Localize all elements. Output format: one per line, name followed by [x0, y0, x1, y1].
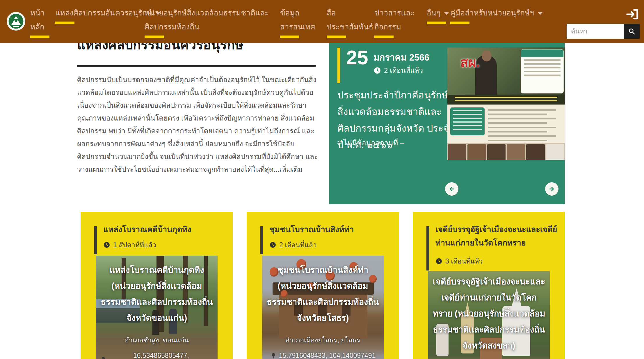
search-input[interactable] — [567, 24, 624, 39]
clock-icon — [103, 241, 110, 248]
overlay-coordinates: 15.7916048433, 104.140097491 — [279, 352, 376, 359]
card-accent-bar — [426, 226, 429, 270]
carousel-prev-button[interactable] — [445, 182, 458, 196]
card-photo[interactable]: ชุมชนโบราณบ้านสิงห์ท่า (หน่วยอนุรักษ์สิ่… — [262, 256, 384, 359]
nav-item-information[interactable]: ข้อมูล​สารสนเทศ — [280, 6, 324, 38]
site-card: เจดีย์บรรจุอัฐิเจ้าเมืองจะนะและเจดีย์ท่า… — [413, 212, 565, 359]
pin-icon — [270, 353, 277, 359]
clock-icon — [435, 258, 442, 265]
nav-active-underline — [145, 36, 164, 38]
poster-person-head — [482, 50, 492, 61]
clock-icon — [373, 67, 381, 74]
nav-active-underline — [55, 22, 74, 24]
photo-overlay: เจดีย์บรรจุอัฐิเจ้าเมืองจะนะ​และเจดีย์ท่… — [428, 271, 550, 359]
page: แหล่งศิลปกรรมอันควรอนุรักษ์ ศิลปกรรมนับเ… — [0, 0, 644, 359]
chevron-down-icon — [444, 12, 449, 15]
card-title[interactable]: แหล่งโบราณคดีบ้านกุดทิง — [103, 223, 225, 236]
nav-active-underline — [327, 36, 346, 38]
featured-day: 25 — [346, 46, 368, 69]
overlay-coordinates-row: 16.534865805477, 102.98139746526 — [100, 352, 214, 359]
site-logo[interactable] — [6, 12, 26, 31]
search-icon — [628, 28, 636, 35]
nav-active-underline — [450, 22, 469, 24]
card-time-row: 1 สัปดาห์ที่แล้ว — [103, 240, 156, 250]
read-more-link[interactable]: เพิ่มเติม — [279, 165, 302, 173]
intro-text: ศิลปกรรมนับเป็นมรดกของชาติที่มีคุณค่าจำเ… — [77, 76, 318, 173]
overlay-title: ชุมชนโบราณบ้านสิงห์ท่า (หน่วยอนุรักษ์สิ่… — [266, 262, 380, 326]
title-divider — [77, 65, 316, 67]
card-time-ago: 2 เดือนที่แล้ว — [279, 240, 317, 250]
overlay-location: อำเภอซำสูง, ขอนแก่น — [125, 335, 189, 345]
site-card: ชุมชนโบราณบ้านสิงห์ท่า 2 เดือนที่แล้ว ชุ… — [247, 212, 399, 359]
poster-body-text-lines — [488, 106, 562, 141]
nav-active-underline — [374, 36, 394, 38]
nav-active-underline — [280, 36, 299, 38]
date-accent-bar — [337, 48, 340, 83]
chevron-down-icon — [538, 12, 543, 15]
featured-news-panel: 25 มกราคม 2566 2 เดือนที่แล้ว ประชุมประจ… — [329, 43, 565, 204]
card-accent-bar — [94, 226, 97, 254]
site-card: แหล่งโบราณคดีบ้านกุดทิง 1 สัปดาห์ที่แล้ว… — [81, 212, 233, 359]
carousel-next-button[interactable] — [545, 182, 558, 196]
card-time-ago: 3 เดือนที่แล้ว — [445, 256, 483, 266]
clock-icon — [269, 241, 276, 248]
pin-icon — [100, 356, 106, 359]
card-time-row: 2 เดือนที่แล้ว — [269, 240, 317, 250]
poster-title-band — [447, 95, 565, 105]
featured-location: – ไม่มีข้อมูลสถานที่ – — [337, 137, 404, 148]
top-nav-bar: หน้า​หลัก แหล่งศิลปกรรมอันควรอนุรักษ์ หน… — [0, 0, 644, 43]
card-title[interactable]: ชุมชนโบราณบ้านสิงห์ท่า — [269, 223, 392, 236]
nav-active-underline — [30, 36, 49, 38]
card-title[interactable]: เจดีย์บรรจุอัฐิเจ้าเมืองจะนะและเจดีย์ท่า… — [435, 223, 558, 250]
overlay-coordinates-row: 15.7916048433, 104.140097491 — [270, 352, 376, 359]
search-bar — [567, 24, 640, 39]
login-button[interactable] — [625, 8, 639, 20]
card-accent-bar — [260, 226, 263, 254]
photo-overlay: ชุมชนโบราณบ้านสิงห์ท่า (หน่วยอนุรักษ์สิ่… — [262, 256, 384, 359]
nav-item-conservation-units[interactable]: หน่วยอนุรักษ์สิ่งแวดล้อมธรรมชาติและศิลปก… — [145, 6, 278, 38]
poster-green-box — [450, 107, 485, 135]
login-arrow-icon — [625, 8, 639, 20]
card-photo[interactable]: แหล่งโบราณคดีบ้านกุดทิง (หน่วยอนุรักษ์สิ… — [96, 256, 218, 359]
intro-paragraph: ศิลปกรรมนับเป็นมรดกของชาติที่มีคุณค่าจำเ… — [77, 73, 318, 176]
search-button[interactable] — [624, 24, 640, 39]
card-time-ago: 1 สัปดาห์ที่แล้ว — [113, 240, 156, 250]
overlay-title: แหล่งโบราณคดีบ้านกุดทิง (หน่วยอนุรักษ์สิ… — [100, 262, 214, 326]
featured-month-year: มกราคม 2566 — [373, 50, 429, 65]
poster-side-card — [521, 49, 564, 93]
overlay-location: อำเภอเมืองยโสธร, ยโสธร — [286, 335, 360, 345]
card-photo[interactable]: เจดีย์บรรจุอัฐิเจ้าเมืองจะนะ​และเจดีย์ท่… — [428, 271, 550, 359]
nav-active-underline — [427, 22, 446, 24]
nav-item-others[interactable]: อื่นๆ — [427, 6, 449, 24]
poster-people-row — [447, 143, 565, 160]
card-time-row: 3 เดือนที่แล้ว — [435, 256, 483, 266]
arrow-left-icon — [448, 185, 456, 193]
nav-item-media[interactable]: สื่อ​ประชาสัมพันธ์ — [327, 6, 377, 38]
photo-overlay: แหล่งโบราณคดีบ้านกุดทิง (หน่วยอนุรักษ์สิ… — [96, 256, 218, 359]
nav-item-manual[interactable]: คู่มือสำหรับหน่วยอนุรักษ์ฯ — [450, 6, 543, 24]
featured-time-ago: 2 เดือนที่แล้ว — [384, 65, 423, 76]
overlay-coordinates: 16.534865805477, 102.98139746526 — [109, 352, 214, 359]
arrow-right-icon — [548, 185, 556, 193]
nav-item-home[interactable]: หน้า​หลัก — [30, 6, 53, 38]
featured-poster-image[interactable]: สผ. — [447, 47, 565, 160]
nav-item-news-activities[interactable]: ข่าวสารและ​กิจกรรม — [374, 6, 422, 38]
poster-brand-text: สผ. — [460, 52, 480, 73]
overlay-title: เจดีย์บรรจุอัฐิเจ้าเมืองจะนะ​และเจดีย์ท่… — [432, 274, 546, 354]
featured-time-row: 2 เดือนที่แล้ว — [373, 65, 423, 76]
